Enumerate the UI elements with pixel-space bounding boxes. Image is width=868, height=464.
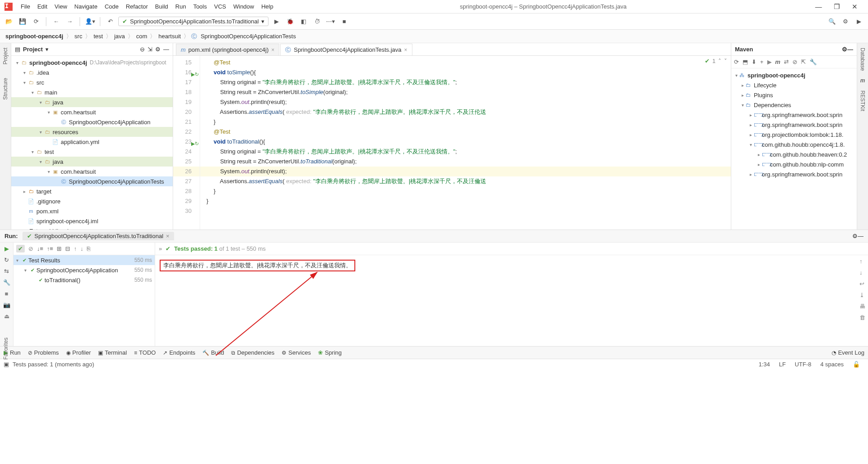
minimize-button[interactable]: —: [810, 3, 828, 10]
crumb[interactable]: com: [135, 33, 148, 40]
line-ending[interactable]: LF: [774, 361, 790, 368]
maven-dep[interactable]: ▸⫍⫎org.springframework.boot:sprin: [731, 110, 857, 120]
menu-window[interactable]: Window: [230, 3, 258, 10]
settings-icon[interactable]: ⚙: [840, 16, 851, 27]
add-icon[interactable]: +: [760, 59, 764, 65]
tree-node[interactable]: ▾🗀src: [11, 77, 173, 87]
run-button[interactable]: ▶: [271, 16, 282, 27]
dropdown-icon[interactable]: ▾: [45, 46, 49, 53]
menu-file[interactable]: File: [17, 3, 34, 10]
close-icon[interactable]: ×: [271, 47, 274, 53]
save-icon[interactable]: 💾: [17, 16, 28, 27]
tree-node[interactable]: ▾🗀java: [11, 157, 173, 167]
rerun-failed-icon[interactable]: ↻: [4, 257, 9, 263]
todo-tool[interactable]: ≡ TODO: [134, 349, 156, 356]
wrench-icon[interactable]: 🔧: [3, 279, 10, 286]
dependencies-tool[interactable]: ⧉ Dependencies: [231, 349, 274, 356]
coverage-button[interactable]: ◧: [298, 16, 309, 27]
menu-code[interactable]: Code: [101, 3, 122, 10]
run-anything-icon[interactable]: ▶: [854, 16, 864, 27]
menu-build[interactable]: Build: [152, 3, 172, 10]
toggle-icon[interactable]: ⇆: [4, 268, 9, 275]
crumb[interactable]: springboot-opencc4j: [4, 33, 64, 40]
offline-icon[interactable]: ⊘: [792, 59, 797, 65]
crumb[interactable]: java: [113, 33, 126, 40]
encoding[interactable]: UTF-8: [790, 361, 816, 368]
soft-wrap-icon[interactable]: ↩: [859, 280, 865, 287]
menu-navigate[interactable]: Navigate: [71, 3, 101, 10]
indent[interactable]: 4 spaces: [816, 361, 848, 368]
show-ignored-icon[interactable]: ⊘: [28, 245, 33, 252]
collapse-icon[interactable]: ⊟: [65, 245, 70, 252]
structure-tool-button[interactable]: Structure: [2, 78, 9, 100]
gutter[interactable]: 1516▶↻17181920212223▶↻24252627282930: [173, 56, 200, 230]
profiler-tool[interactable]: ◉ Profiler: [66, 349, 91, 356]
maven-dep[interactable]: ▸⫍⫎com.github.houbb:heaven:0.2: [731, 149, 857, 159]
menu-view[interactable]: View: [51, 3, 71, 10]
endpoints-tool[interactable]: ↗ Endpoints: [163, 349, 195, 356]
crumb[interactable]: SpringbootOpencc4jApplicationTests: [200, 33, 297, 40]
maven-dep[interactable]: ▸⫍⫎com.github.houbb:nlp-comm: [731, 159, 857, 169]
maven-tool-button[interactable]: m: [860, 77, 865, 84]
sort-icon[interactable]: ↑≡: [47, 245, 53, 252]
tree-external-libraries[interactable]: ▸⫍⫎External Libraries: [11, 226, 173, 230]
back-icon[interactable]: ←: [51, 16, 62, 27]
close-icon[interactable]: ×: [404, 47, 407, 53]
sort-icon[interactable]: ↓≡: [37, 245, 43, 252]
tree-node[interactable]: ▾▣com.heartsuit: [11, 167, 173, 176]
spring-tool[interactable]: ❀ Spring: [318, 349, 342, 356]
tree-node[interactable]: 📄application.yml: [11, 137, 173, 147]
editor-tab[interactable]: mpom.xml (springboot-opencc4j)×: [176, 44, 279, 55]
stop-icon[interactable]: ■: [5, 290, 9, 297]
test-row[interactable]: ▾✔SpringbootOpencc4jApplication550 ms: [13, 265, 155, 275]
tool-window-icon[interactable]: ▣: [4, 361, 9, 368]
reload-icon[interactable]: ⟳: [734, 59, 739, 65]
more-icon[interactable]: »: [159, 245, 162, 252]
crumb[interactable]: src: [74, 33, 83, 40]
maven-dep[interactable]: ▾⫍⫎com.github.houbb:opencc4j:1.8.: [731, 140, 857, 149]
scroll-to-end-icon[interactable]: ⤓: [859, 292, 865, 298]
debug-button[interactable]: 🐞: [285, 16, 295, 27]
close-icon[interactable]: ×: [166, 233, 170, 239]
tree-node[interactable]: ▾🗀main: [11, 87, 173, 97]
maven-dep[interactable]: ▸⫍⫎org.springframework.boot:sprin: [731, 120, 857, 130]
run-icon[interactable]: ▶: [767, 59, 772, 65]
run-configuration-select[interactable]: ✔ SpringbootOpencc4jApplicationTests.toT…: [118, 17, 268, 26]
editor-tab[interactable]: ⒸSpringbootOpencc4jApplicationTests.java…: [280, 44, 412, 55]
gear-icon[interactable]: ⚙: [155, 46, 161, 53]
tree-root[interactable]: ▾🗀 springboot-opencc4jD:\Java\IdeaProjec…: [11, 58, 173, 68]
gear-icon[interactable]: ⚙: [852, 233, 858, 239]
tree-node[interactable]: mpom.xml: [11, 206, 173, 216]
dump-icon[interactable]: 📷: [3, 302, 10, 308]
export-icon[interactable]: ⎘: [87, 245, 90, 252]
tree-node[interactable]: 📄springboot-opencc4j.iml: [11, 216, 173, 226]
tree-node[interactable]: ▾▣com.heartsuit: [11, 107, 173, 117]
up-icon[interactable]: ↑: [74, 245, 77, 252]
maximize-button[interactable]: ❐: [828, 3, 846, 11]
menu-edit[interactable]: Edit: [34, 3, 51, 10]
stop-button[interactable]: ■: [339, 16, 349, 27]
scroll-down-icon[interactable]: ↓: [859, 269, 865, 276]
tree-node[interactable]: ⒸSpringbootOpencc4jApplicationTests: [11, 176, 173, 186]
m-icon[interactable]: m: [775, 59, 781, 65]
select-opened-icon[interactable]: ⊖: [140, 46, 145, 53]
project-tool-button[interactable]: Project: [2, 48, 9, 64]
run-tab[interactable]: ✔ SpringbootOpencc4jApplicationTests.toT…: [22, 232, 174, 240]
expand-icon[interactable]: ⇲: [148, 46, 152, 53]
inspection-widget[interactable]: ✔ 1 ˄ ˅: [705, 58, 727, 64]
print-icon[interactable]: 🖶: [859, 303, 865, 310]
open-icon[interactable]: 📂: [4, 16, 14, 27]
hide-icon[interactable]: —: [163, 46, 169, 53]
favorites-tool-button[interactable]: Favorites: [3, 338, 9, 360]
search-icon[interactable]: 🔍: [827, 16, 837, 27]
maven-dep[interactable]: ▸⫍⫎org.projectlombok:lombok:1.18.: [731, 130, 857, 140]
maven-dep[interactable]: ▸⫍⫎org.springframework.boot:sprin: [731, 169, 857, 179]
event-log-tool[interactable]: ◔ Event Log: [832, 349, 864, 356]
up-arrow-icon[interactable]: ˄: [718, 58, 721, 64]
menu-run[interactable]: Run: [172, 3, 190, 10]
tree-node[interactable]: 📄.gitignore: [11, 196, 173, 206]
toggle-icon[interactable]: ⇄: [784, 59, 789, 65]
exit-icon[interactable]: ⏏: [4, 313, 9, 320]
caret-position[interactable]: 1:34: [754, 361, 774, 368]
code-editor[interactable]: @Testvoid toSimple(){ String original = …: [200, 56, 731, 230]
